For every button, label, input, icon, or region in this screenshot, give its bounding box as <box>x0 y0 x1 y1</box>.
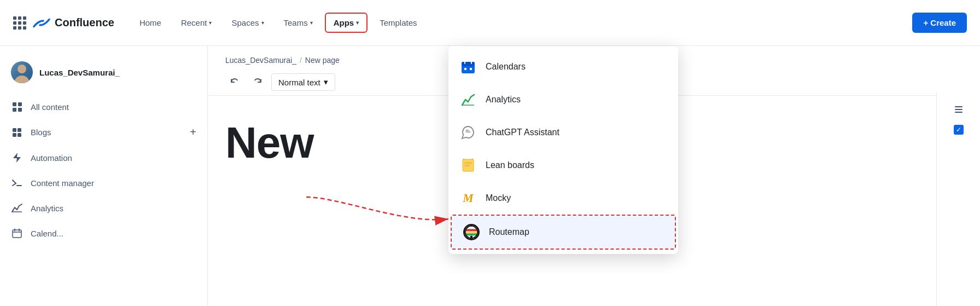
svg-rect-3 <box>18 133 21 137</box>
grid-icon <box>11 101 23 113</box>
nav-teams[interactable]: Teams ▾ <box>276 14 320 32</box>
svg-rect-28 <box>465 233 477 235</box>
dropdown-item-chatgpt[interactable]: ChatGPT Assistant <box>448 116 678 149</box>
text-style-chevron: ▾ <box>324 77 328 87</box>
page-title-partial: New <box>225 118 314 167</box>
sidebar-item-label: Analytics <box>31 204 196 213</box>
svg-rect-27 <box>465 231 477 233</box>
create-button[interactable]: + Create <box>912 13 967 33</box>
analytics-dropdown-icon <box>459 91 477 108</box>
mocky-dropdown-icon: M <box>459 189 477 207</box>
sidebar-item-automation[interactable]: Automation <box>0 145 207 170</box>
apps-chevron: ▾ <box>356 20 359 26</box>
dropdown-item-label: Analytics <box>486 95 521 105</box>
svg-point-30 <box>470 235 473 238</box>
dropdown-item-label: Mocky <box>486 193 511 203</box>
spaces-chevron: ▾ <box>261 20 264 26</box>
sidebar-username: Lucas_DevSamurai_ <box>39 68 120 77</box>
bolt-icon <box>11 152 23 164</box>
sidebar-item-contentmanager[interactable]: Content manager <box>0 170 207 195</box>
svg-rect-22 <box>464 165 470 166</box>
dropdown-item-analytics[interactable]: Analytics <box>448 83 678 116</box>
svg-rect-6 <box>13 230 21 238</box>
dropdown-item-calendars[interactable]: Calendars <box>448 50 678 83</box>
sidebar-user[interactable]: Lucas_DevSamurai_ <box>0 57 207 94</box>
sidebar-item-allcontent[interactable]: All content <box>0 94 207 119</box>
redo-button[interactable] <box>248 74 267 90</box>
app-name: Confluence <box>55 16 114 29</box>
sidebar-item-label: All content <box>31 102 196 112</box>
teams-chevron: ▾ <box>310 20 313 26</box>
text-style-label: Normal text <box>278 78 320 87</box>
right-panel: ✓ <box>936 92 980 306</box>
svg-rect-14 <box>462 62 475 66</box>
blogs-add-button[interactable]: + <box>190 126 196 138</box>
apps-dropdown: Calendars Analytics ChatGPT Assistant <box>448 46 678 254</box>
routemap-dropdown-icon <box>463 223 480 241</box>
nav-home[interactable]: Home <box>132 14 169 32</box>
dropdown-item-label: Lean boards <box>486 160 534 170</box>
sidebar-item-analytics[interactable]: Analytics <box>0 195 207 221</box>
breadcrumb-user[interactable]: Lucas_DevSamurai_ <box>225 56 296 65</box>
analytics-icon <box>11 202 23 214</box>
nav-spaces[interactable]: Spaces ▾ <box>224 14 271 32</box>
svg-rect-17 <box>464 68 466 70</box>
dropdown-item-label: Calendars <box>486 62 526 72</box>
sidebar: Lucas_DevSamurai_ All content Blogs + <box>0 46 208 306</box>
topnav: Confluence Home Recent ▾ Spaces ▾ Teams … <box>0 0 980 46</box>
avatar <box>11 61 33 83</box>
sidebar-item-label: Content manager <box>31 178 196 188</box>
svg-rect-0 <box>13 128 16 132</box>
dropdown-item-label: Routemap <box>489 227 529 237</box>
grid-menu-icon[interactable] <box>13 16 26 30</box>
nav-templates[interactable]: Templates <box>372 14 424 32</box>
dropdown-item-leanboards[interactable]: Lean boards <box>448 149 678 182</box>
svg-rect-21 <box>464 162 472 164</box>
calendar-sidebar-icon <box>11 227 23 239</box>
dropdown-item-mocky[interactable]: M Mocky <box>448 182 678 215</box>
sidebar-item-calendar[interactable]: Calend... <box>0 221 207 246</box>
sidebar-item-label: Blogs <box>31 128 182 137</box>
confluence-logo[interactable]: Confluence <box>33 14 114 32</box>
dropdown-item-routemap[interactable]: Routemap <box>451 215 676 250</box>
nav-apps[interactable]: Apps ▾ <box>325 13 368 33</box>
text-style-dropdown[interactable]: Normal text ▾ <box>271 73 335 91</box>
manager-icon <box>11 177 23 189</box>
svg-rect-26 <box>465 229 477 231</box>
leanboards-dropdown-icon <box>459 157 477 174</box>
undo-button[interactable] <box>225 74 244 90</box>
blogs-icon <box>11 126 23 138</box>
breadcrumb-page[interactable]: New page <box>305 56 340 65</box>
svg-rect-1 <box>18 128 21 132</box>
sidebar-item-blogs[interactable]: Blogs + <box>0 119 207 145</box>
sidebar-item-label: Calend... <box>31 229 196 238</box>
right-panel-list-icon[interactable] <box>949 101 969 118</box>
svg-rect-2 <box>13 133 16 137</box>
chatgpt-dropdown-icon <box>459 124 477 141</box>
recent-chevron: ▾ <box>209 20 212 26</box>
sidebar-item-label: Automation <box>31 153 196 163</box>
svg-rect-18 <box>470 68 472 70</box>
breadcrumb-separator: / <box>300 56 302 65</box>
nav-recent[interactable]: Recent ▾ <box>173 14 220 32</box>
checkbox-icon[interactable]: ✓ <box>954 125 964 135</box>
calendar-dropdown-icon <box>459 58 477 76</box>
dropdown-item-label: ChatGPT Assistant <box>486 128 559 137</box>
